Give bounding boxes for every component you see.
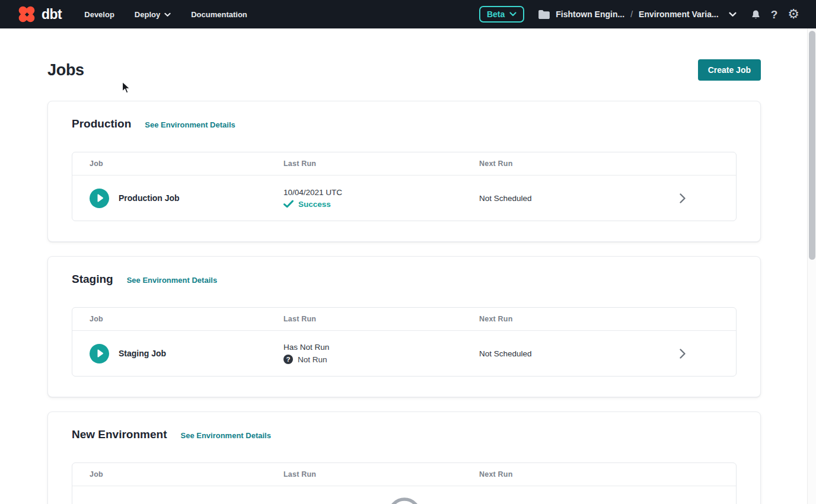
nav-item-documentation[interactable]: Documentation [191,10,247,19]
dbt-logo-icon [17,4,37,24]
page-title: Jobs [47,61,84,79]
account-breadcrumb[interactable]: Fishtown Engin... / Environment Varia... [538,9,736,19]
next-run-cell: Not Scheduled [479,349,629,358]
run-job-button[interactable] [90,344,109,363]
gear-icon[interactable]: ⚙ [788,8,799,21]
column-job: Job [90,315,283,323]
nav-right-group: Beta Fishtown Engin... / Environment Var… [479,6,799,23]
see-environment-details-link[interactable]: See Environment Details [145,120,235,129]
breadcrumb-page: Environment Varia... [639,9,719,19]
environment-header: New Environment See Environment Details [72,428,737,441]
empty-jobs-state: ? [72,486,736,504]
job-table-head: Job Last Run Next Run [72,308,736,331]
chevron-right-icon [680,349,686,359]
job-table: Job Last Run Next Run ? [72,462,737,504]
job-table-head: Job Last Run Next Run [72,463,736,486]
last-run-date: Has Not Run [283,343,479,352]
check-icon [283,200,294,208]
nav-icon-group: ? ⚙ [751,8,799,21]
environment-name: Staging [72,273,113,286]
last-run-status: ? Success [283,200,479,209]
job-row[interactable]: Production Job 10/04/2021 UTC ? Success … [72,176,736,221]
environment-header: Production See Environment Details [72,117,737,130]
dbt-logo-text: dbt [42,7,62,23]
column-last-run: Last Run [283,160,479,168]
folder-icon [538,10,550,19]
job-table-head: Job Last Run Next Run [72,152,736,176]
beta-dropdown[interactable]: Beta [479,6,524,23]
last-run-date: 10/04/2021 UTC [283,188,479,197]
play-icon [96,194,104,202]
column-job: Job [90,470,283,479]
last-run-status: ? Not Run [283,355,479,364]
environment-card: Staging See Environment Details Job Last… [47,256,761,397]
job-table: Job Last Run Next Run Staging Job Has No… [72,307,737,377]
create-job-button[interactable]: Create Job [698,59,761,81]
environment-name: Production [72,117,131,130]
status-text: Success [298,200,331,209]
job-row[interactable]: Staging Job Has Not Run ? Not Run Not Sc… [72,331,736,376]
nav-item-develop[interactable]: Develop [84,10,114,19]
chevron-down-icon [509,12,517,17]
job-name: Production Job [119,193,180,203]
breadcrumb-project: Fishtown Engin... [556,9,624,19]
nav-item-deploy[interactable]: Deploy [135,10,171,19]
beta-label: Beta [487,9,505,19]
page-header: Jobs Create Job [47,59,761,81]
status-text: Not Run [298,355,327,364]
bell-icon[interactable] [751,9,761,20]
top-navigation: dbt Develop Deploy Documentation Beta Fi… [0,0,816,28]
last-run-cell: Has Not Run ? Not Run [283,343,479,364]
main-content: Jobs Create Job Production See Environme… [0,59,816,504]
vertical-scrollbar[interactable] [807,28,816,504]
chevron-right-icon [680,193,686,203]
environment-card: New Environment See Environment Details … [47,412,761,504]
primary-nav: Develop Deploy Documentation [84,10,247,19]
see-environment-details-link[interactable]: See Environment Details [180,431,270,440]
environment-header: Staging See Environment Details [72,273,737,286]
column-next-run: Next Run [479,315,629,323]
column-job: Job [90,160,283,168]
chevron-down-icon [729,12,737,17]
breadcrumb-separator: / [630,9,633,19]
job-table: Job Last Run Next Run Production Job 10/… [72,152,737,221]
column-next-run: Next Run [479,470,629,479]
scrollbar-thumb[interactable] [809,31,815,260]
chevron-down-icon [164,12,171,17]
environment-name: New Environment [72,428,167,441]
job-name: Staging Job [119,349,166,358]
dbt-logo[interactable]: dbt [17,4,62,24]
environment-card: Production See Environment Details Job L… [47,101,761,242]
help-icon[interactable]: ? [771,9,778,20]
question-circle-icon: ? [387,497,422,504]
column-last-run: Last Run [283,315,479,323]
column-last-run: Last Run [283,470,479,479]
run-job-button[interactable] [90,189,109,208]
last-run-cell: 10/04/2021 UTC ? Success [283,188,479,209]
column-next-run: Next Run [479,160,629,168]
environment-list: Production See Environment Details Job L… [47,101,761,504]
next-run-cell: Not Scheduled [479,194,629,203]
play-icon [96,349,104,358]
see-environment-details-link[interactable]: See Environment Details [127,276,217,285]
help-circle-icon: ? [283,355,293,364]
